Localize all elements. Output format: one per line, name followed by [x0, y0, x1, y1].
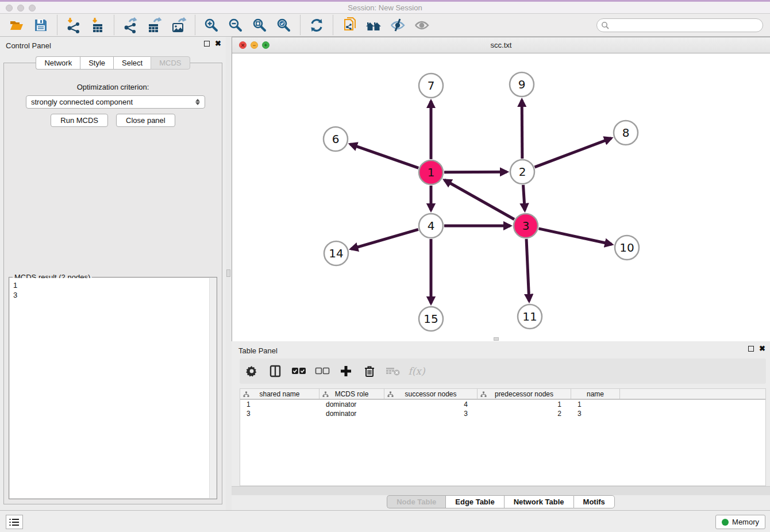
graph-edge-3-10[interactable] — [538, 229, 611, 244]
graph-node-label-2: 2 — [519, 165, 526, 179]
mcds-result-groupbox: MCDS result (2 nodes) 13 — [9, 277, 217, 499]
column-header-label: successor nodes — [405, 390, 456, 398]
table-row[interactable]: 1dominator411 — [240, 400, 765, 409]
table-cell: 3 — [571, 409, 620, 418]
save-session-icon[interactable] — [32, 17, 49, 34]
export-table-icon[interactable] — [146, 17, 163, 34]
split-columns-icon[interactable] — [268, 364, 283, 379]
delete-column-trash-icon[interactable] — [362, 364, 377, 379]
graph-node-label-14: 14 — [329, 246, 343, 260]
column-header-label: shared name — [259, 390, 299, 398]
table-cell: 3 — [240, 409, 319, 418]
home-icon[interactable] — [365, 17, 382, 34]
float-table-panel-icon[interactable] — [748, 346, 754, 352]
tab-mcds[interactable]: MCDS — [151, 56, 190, 70]
show-graphics-details-icon[interactable] — [413, 17, 430, 34]
graph-edge-2-9[interactable] — [522, 100, 522, 159]
memory-button[interactable]: Memory — [715, 515, 765, 529]
tab-network-table[interactable]: Network Table — [504, 495, 573, 508]
zoom-selected-icon[interactable] — [275, 17, 292, 34]
fx-label: f(x) — [408, 365, 425, 377]
split-divider[interactable] — [226, 37, 232, 510]
toolbar-separator — [114, 15, 114, 35]
graph-node-label-1: 1 — [428, 165, 435, 179]
hide-graphics-details-icon[interactable] — [389, 17, 406, 34]
split-divider-handle[interactable] — [226, 269, 230, 277]
network-view-window: ✕ − + scc.txt 7968124314101511 — [232, 37, 770, 341]
table-bottom-strip — [232, 486, 770, 495]
zoom-in-icon[interactable] — [203, 17, 220, 34]
result-scrollbar[interactable] — [209, 278, 216, 498]
table-cell: 3 — [384, 409, 478, 418]
graph-edge-1-6[interactable] — [350, 144, 418, 168]
network-canvas[interactable]: 7968124314101511 — [232, 53, 770, 341]
mcds-result-textarea[interactable]: 13 — [10, 278, 209, 498]
graph-edge-2-8[interactable] — [535, 138, 611, 167]
open-file-icon[interactable] — [8, 17, 25, 34]
table-body: 1dominator4113dominator323 — [240, 400, 765, 418]
graph-edge-3-11[interactable] — [526, 239, 529, 301]
network-graph: 7968124314101511 — [232, 53, 769, 341]
import-network-icon[interactable] — [65, 17, 82, 34]
table-cell: 1 — [478, 400, 571, 409]
task-history-button[interactable] — [6, 515, 23, 529]
control-panel-tabs: NetworkStyleSelectMCDS — [0, 56, 226, 70]
network-window-titlebar[interactable]: ✕ − + scc.txt — [232, 37, 770, 53]
deselect-all-icon[interactable] — [315, 364, 330, 379]
toolbar-separator — [57, 15, 57, 35]
close-panel-button[interactable]: Close panel — [116, 114, 175, 127]
export-network-icon[interactable] — [122, 17, 139, 34]
table-cell: 1 — [240, 400, 319, 409]
search-input[interactable] — [596, 18, 763, 32]
toolbar-separator — [333, 15, 333, 35]
float-panel-icon[interactable] — [204, 41, 210, 47]
table-cell: dominator — [319, 400, 384, 409]
import-table-icon[interactable] — [89, 17, 106, 34]
close-panel-icon[interactable]: ✖ — [215, 41, 221, 47]
export-image-icon[interactable] — [170, 17, 187, 34]
table-settings-gear-icon[interactable] — [244, 364, 259, 379]
mcds-tab-content: Optimization criterion: strongly connect… — [3, 63, 222, 504]
network-resize-handle[interactable] — [494, 337, 499, 341]
mcds-result-line: 1 — [13, 280, 206, 290]
graph-edge-4-14[interactable] — [351, 229, 418, 249]
tab-node-table[interactable]: Node Table — [387, 495, 445, 508]
tab-edge-table[interactable]: Edge Table — [445, 495, 503, 508]
select-all-checked-icon[interactable] — [291, 364, 306, 379]
refresh-view-icon[interactable] — [308, 17, 325, 34]
function-builder-icon: f(x) — [409, 364, 424, 379]
optimization-criterion-label: Optimization criterion: — [4, 83, 222, 91]
optimization-criterion-select[interactable]: strongly connected component — [26, 95, 205, 109]
table-tabs: Node TableEdge TableNetwork TableMotifs — [232, 495, 770, 508]
zoom-out-icon[interactable] — [227, 17, 244, 34]
graph-edge-1-2[interactable] — [444, 172, 507, 172]
search-icon — [601, 21, 609, 29]
column-header-name[interactable]: name — [571, 389, 620, 399]
search-box — [596, 18, 763, 32]
add-column-icon[interactable] — [338, 364, 353, 379]
tab-style[interactable]: Style — [80, 56, 113, 70]
column-header-successor-nodes[interactable]: successor nodes — [384, 389, 478, 399]
tab-motifs[interactable]: Motifs — [573, 495, 615, 508]
task-list-icon — [9, 518, 20, 526]
clone-network-icon[interactable] — [341, 17, 358, 34]
delete-table-icon[interactable] — [386, 364, 401, 379]
column-header-label: MCDS role — [335, 390, 369, 398]
column-header-shared-name[interactable]: shared name — [240, 389, 319, 399]
table-row[interactable]: 3dominator323 — [240, 409, 765, 418]
column-header-MCDS-role[interactable]: MCDS role — [319, 389, 384, 399]
app-title: Session: New Session — [0, 3, 770, 12]
network-window-title: scc.txt — [232, 41, 770, 49]
tab-network[interactable]: Network — [36, 56, 80, 70]
graph-edge-3-1[interactable] — [445, 180, 514, 219]
table-panel: Table Panel ✖ — [232, 341, 770, 510]
graph-edge-2-3[interactable] — [523, 185, 525, 210]
node-table: shared nameMCDS rolesuccessor nodesprede… — [240, 388, 766, 486]
close-table-panel-icon[interactable]: ✖ — [759, 346, 765, 352]
graph-node-label-3: 3 — [522, 219, 530, 233]
column-header-predecessor-nodes[interactable]: predecessor nodes — [478, 389, 571, 399]
tab-select[interactable]: Select — [113, 56, 151, 70]
zoom-fit-icon[interactable] — [251, 17, 268, 34]
main-toolbar — [0, 14, 770, 37]
run-mcds-button[interactable]: Run MCDS — [51, 114, 108, 127]
